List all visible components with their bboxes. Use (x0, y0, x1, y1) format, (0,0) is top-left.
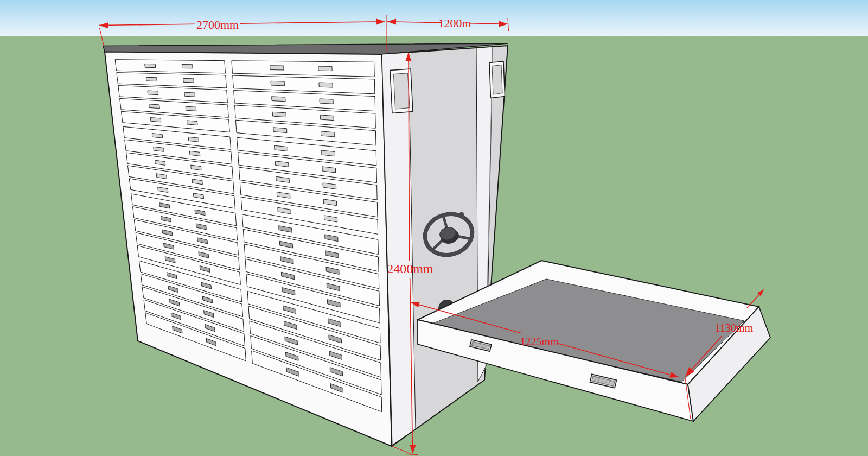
drawer-handle (320, 99, 333, 104)
drawer-handle (273, 128, 287, 133)
drawer-handle (318, 66, 333, 71)
dim-tray-width: 1225mm (520, 335, 559, 347)
drawer-handle (149, 104, 160, 109)
card-holder-inner (492, 65, 502, 94)
dim-tray-depth: 1130mm (715, 322, 754, 334)
drawer-handle (270, 66, 284, 70)
drawer-handle (320, 115, 334, 121)
drawer-handle (188, 137, 199, 142)
dim-cabinet-width: 2700mm (196, 18, 239, 31)
drawer-handle (152, 134, 163, 138)
drawer-handle (186, 106, 196, 111)
drawer-handle (148, 91, 158, 95)
3d-viewport[interactable]: 2700mm 1200m 2400mm 1225mm 1130mm (0, 0, 868, 456)
dim-cabinet-depth: 1200m (438, 16, 471, 30)
drawer-handle (183, 78, 194, 83)
drawer-handle (272, 97, 285, 102)
sky (0, 0, 868, 36)
drawer-handle (145, 64, 156, 68)
drawer-handle (150, 118, 161, 122)
drawer-handle (321, 131, 334, 137)
card-holder-inner (394, 73, 410, 109)
drawer-handle (271, 81, 284, 86)
drawer-handle (319, 83, 333, 87)
scene-canvas[interactable]: 2700mm 1200m 2400mm 1225mm 1130mm (0, 0, 868, 456)
drawer-handle (182, 65, 193, 68)
drawer-handle (146, 77, 157, 81)
dim-cabinet-height: 2400mm (387, 262, 433, 276)
drawer-front (115, 60, 225, 73)
drawer-handle (187, 121, 197, 125)
drawer-handle (272, 112, 286, 117)
drawer-handle (184, 92, 195, 97)
